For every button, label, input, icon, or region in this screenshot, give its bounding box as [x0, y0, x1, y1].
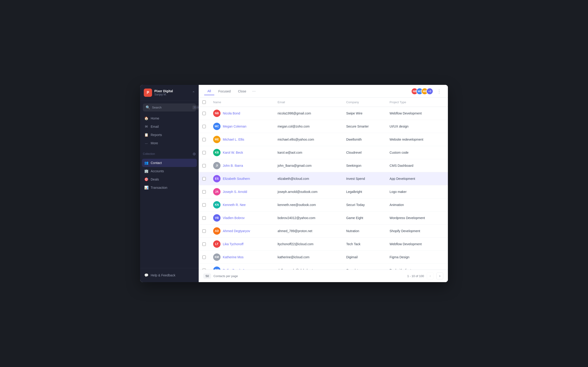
sidebar-item-accounts[interactable]: 🏢 Accounts	[142, 167, 197, 175]
row-checkbox[interactable]	[202, 203, 206, 207]
contact-project-type-cell: App Development	[386, 172, 448, 185]
table-row[interactable]: JI John B. Ibarra john_lbarra@gmail.com …	[199, 159, 448, 172]
contact-company-cell: Nutration	[342, 225, 386, 238]
sidebar-item-label: Contact	[151, 161, 162, 165]
contact-project-type-cell: Deal with client	[386, 264, 448, 270]
contact-avatar: VB	[213, 214, 221, 222]
select-all-checkbox[interactable]	[202, 100, 206, 104]
row-checkbox[interactable]	[202, 190, 206, 194]
contact-name[interactable]: Ahmed Degtyaryov	[223, 229, 250, 233]
row-checkbox-cell	[199, 133, 209, 146]
contact-email-cell: karol.w@aol.com	[274, 146, 342, 159]
table-header-company: Company	[342, 98, 386, 107]
contact-email-cell: john_lbarra@gmail.com	[274, 159, 342, 172]
contact-name[interactable]: Vladlen Bobrov	[223, 216, 245, 220]
contact-name-cell: ME Michael L. Ellis	[209, 133, 274, 146]
contact-company: Securi Today	[346, 203, 365, 207]
tabs-more-button[interactable]: ···	[250, 88, 258, 94]
prev-page-button[interactable]: ‹	[427, 273, 434, 279]
sidebar-item-deals[interactable]: 🎯 Deals	[142, 175, 197, 184]
contact-email: elizabeth@icloud.com	[277, 177, 309, 181]
contact-avatar: JA	[213, 188, 221, 195]
tab-all[interactable]: All	[204, 87, 214, 95]
table-row[interactable]: JA Joseph S. Arnold joseph.arnold@outloo…	[199, 185, 448, 198]
table-row[interactable]: DZ Delfor Zavala Ame delfor.zavala@globa…	[199, 264, 448, 270]
contact-avatar: KB	[213, 149, 221, 156]
header-more-button[interactable]: ⋮	[436, 88, 442, 95]
contact-name[interactable]: Michael L. Ellis	[223, 138, 244, 141]
sidebar-item-home[interactable]: 🏠 Home	[142, 114, 197, 123]
contact-project-type: Logo maker	[389, 190, 406, 194]
contact-company-cell: Swipe Wire	[342, 107, 386, 120]
table-row[interactable]: AD Ahmed Degtyaryov ahmed_789@proton.net…	[199, 225, 448, 238]
contact-project-type: UI/UX design	[389, 125, 408, 128]
sidebar-item-label: Home	[151, 117, 159, 120]
row-checkbox[interactable]	[202, 177, 206, 181]
search-input[interactable]	[152, 106, 191, 109]
contact-email-cell: ahmed_789@proton.net	[274, 225, 342, 238]
table-row[interactable]: KN Kenneth R. Nee kenneth.nee@outlook.co…	[199, 198, 448, 211]
tab-close[interactable]: Close	[235, 88, 250, 95]
table-row[interactable]: KB Karol W. Beck karol.w@aol.com Cloudre…	[199, 146, 448, 159]
table-row[interactable]: KM Katherine Mos katherine@icloud.com Di…	[199, 251, 448, 264]
contact-name[interactable]: Megan Coleman	[223, 125, 246, 128]
contact-project-type-cell: Custom code	[386, 146, 448, 159]
row-checkbox[interactable]	[202, 112, 206, 115]
contact-company: Invest Spend	[346, 177, 365, 181]
sidebar-item-contact[interactable]: 👥 Contact	[142, 159, 197, 167]
help-feedback-item[interactable]: 💬 Help & Feedback	[142, 271, 197, 279]
contact-avatar: KN	[213, 201, 221, 209]
row-checkbox[interactable]	[202, 138, 206, 141]
add-collection-icon[interactable]: ⊕	[192, 151, 196, 156]
contact-name[interactable]: Joseph S. Arnold	[223, 190, 247, 194]
contact-project-type-cell: Figma Design	[386, 251, 448, 264]
expand-icon[interactable]: ⌃	[192, 91, 195, 95]
contact-name[interactable]: Lika Tychonoff	[223, 242, 243, 246]
org-name: Pixer Digital	[154, 89, 190, 93]
contact-name[interactable]: Nicola Bond	[223, 111, 240, 115]
row-checkbox[interactable]	[202, 151, 206, 154]
row-checkbox[interactable]	[202, 125, 206, 128]
sidebar-item-email[interactable]: ✉ Email	[142, 123, 197, 131]
contact-email: megan.col@zoho.com	[277, 125, 310, 128]
contact-avatar: DZ	[213, 267, 221, 269]
contact-name-cell: JA Joseph S. Arnold	[209, 185, 274, 198]
contact-company-cell: Invest Spend	[342, 172, 386, 185]
search-bar[interactable]: 🔍 ⌘+K	[143, 103, 196, 111]
contact-icon: 👥	[144, 161, 148, 165]
contact-company-cell: Legalbright	[342, 185, 386, 198]
next-page-button[interactable]: ›	[436, 273, 443, 279]
sidebar-item-more[interactable]: ··· More	[142, 139, 197, 147]
org-info: Pixer Digital Sanjay M.	[154, 89, 190, 96]
contact-name[interactable]: Karol W. Beck	[223, 151, 243, 154]
table-row[interactable]: MC Megan Coleman megan.col@zoho.com Secu…	[199, 120, 448, 133]
per-page-count[interactable]: 50	[203, 273, 211, 279]
row-checkbox[interactable]	[202, 229, 206, 233]
tab-focused[interactable]: Focused	[215, 88, 234, 95]
row-checkbox[interactable]	[202, 216, 206, 220]
row-checkbox-cell	[199, 172, 209, 185]
contact-name[interactable]: Kenneth R. Nee	[223, 203, 246, 207]
contact-company: Nutration	[346, 229, 359, 233]
contact-email-cell: joseph.arnold@outlook.com	[274, 185, 342, 198]
sidebar-item-reports[interactable]: 📋 Reports	[142, 131, 197, 139]
table-row[interactable]: LT Lika Tychonoff ltychonoff22@icloud.co…	[199, 238, 448, 251]
contact-name[interactable]: Elizabeth Southern	[223, 177, 250, 181]
table-row[interactable]: ES Elizabeth Southern elizabeth@icloud.c…	[199, 172, 448, 185]
contact-name[interactable]: John B. Ibarra	[223, 164, 243, 167]
contact-email: ltychonoff22@icloud.com	[277, 242, 313, 246]
contact-name[interactable]: Katherine Mos	[223, 255, 243, 259]
table-row[interactable]: ME Michael L. Ellis michael.ellis@yahoo.…	[199, 133, 448, 146]
row-checkbox[interactable]	[202, 164, 206, 167]
row-checkbox[interactable]	[202, 256, 206, 259]
table-row[interactable]: VB Vladlen Bobrov bobrov24012@yahoo.com …	[199, 211, 448, 225]
row-checkbox[interactable]	[202, 242, 206, 246]
row-checkbox-cell	[199, 146, 209, 159]
contact-company: Cloudrevel	[346, 151, 362, 154]
header-right: NB MC ME +3 ⋮	[411, 88, 442, 95]
contact-email-cell: bobrov24012@yahoo.com	[274, 211, 342, 225]
per-page-section: 50 Contacts per page	[203, 273, 238, 279]
table-row[interactable]: NB Nicola Bond nicola1998@gmail.com Swip…	[199, 107, 448, 120]
sidebar-header[interactable]: P Pixer Digital Sanjay M. ⌃	[140, 85, 199, 101]
sidebar-item-transaction[interactable]: 📊 Transaction	[142, 184, 197, 192]
